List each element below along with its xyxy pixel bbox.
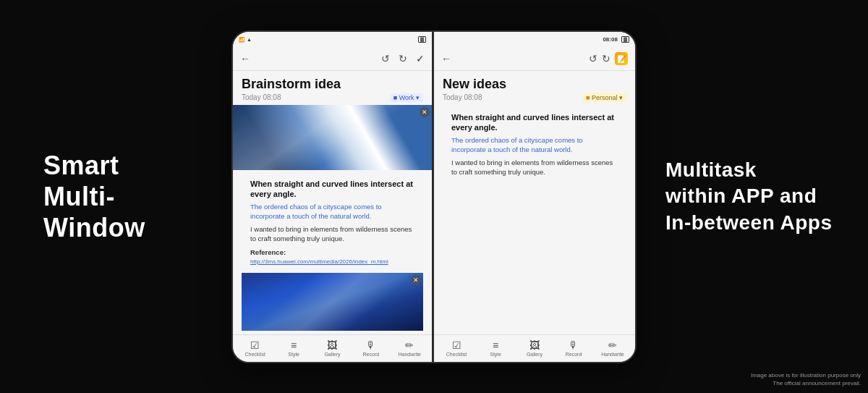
- right-bold-text: When straight and curved lines intersect…: [451, 112, 618, 133]
- left-heading-line2: Multi-Window: [43, 181, 203, 243]
- right-redo-icon[interactable]: ↻: [602, 53, 610, 64]
- left-toolbar-style[interactable]: ≡ Style: [281, 339, 307, 357]
- right-checklist-label: Checklist: [446, 352, 467, 357]
- main-container: Smart Multi-Window 📶 ▲ ▓ ←: [0, 0, 868, 393]
- right-heading-line3: In-between Apps: [665, 210, 846, 236]
- phone-mockup: 📶 ▲ ▓ ← ↺ ↻ ✓ Brainstorm: [231, 16, 637, 378]
- right-style-label: Style: [490, 352, 501, 357]
- undo-icon[interactable]: ↺: [381, 53, 390, 64]
- left-toolbar-checklist[interactable]: ☑ Checklist: [242, 339, 268, 357]
- checklist-icon: ☑: [250, 339, 260, 351]
- phone-shell: 📶 ▲ ▓ ← ↺ ↻ ✓ Brainstorm: [231, 30, 637, 363]
- left-note-date: Today 08:08: [242, 93, 281, 101]
- left-toolbar-gallery[interactable]: 🖼 Gallery: [319, 339, 345, 357]
- left-normal-text: I wanted to bring in elements from wilde…: [250, 224, 414, 244]
- left-note-meta: Today 08:08 ■ Work ▾: [242, 93, 423, 102]
- right-record-icon: 🎙: [569, 339, 579, 351]
- left-note-title: Brainstorm idea: [242, 77, 423, 92]
- right-battery: ▓: [621, 36, 629, 43]
- left-link[interactable]: http://3ms.huawei.com/multimedia/2026/in…: [250, 258, 414, 266]
- left-toolbar: ☑ Checklist ≡ Style 🖼 Gallery 🎙 Record: [233, 334, 432, 362]
- right-note-content: When straight and curved lines intersect…: [434, 105, 635, 334]
- right-nav-bar: ← ↺ ↻ 📝: [434, 48, 635, 71]
- record-label: Record: [363, 352, 380, 357]
- right-heading: Multitask within APP and In-between Apps: [665, 157, 868, 236]
- right-time: 08:08: [603, 36, 617, 43]
- right-gallery-label: Gallery: [527, 352, 542, 357]
- right-heading-line1: Multitask: [665, 157, 846, 183]
- right-normal-text: I wanted to bring in elements from wilde…: [451, 158, 618, 177]
- right-style-icon: ≡: [493, 339, 498, 351]
- record-icon: 🎙: [366, 339, 376, 351]
- right-note-meta: Today 08:08 ■ Personal ▾: [443, 93, 626, 102]
- right-handwrite-icon: ✏: [608, 339, 617, 351]
- right-back-icon[interactable]: ←: [441, 53, 451, 64]
- close-image-1[interactable]: ✕: [420, 107, 430, 117]
- left-ref-label: Reference:: [250, 248, 414, 257]
- back-icon[interactable]: ←: [240, 53, 250, 64]
- style-icon: ≡: [291, 339, 297, 351]
- left-bold-text: When straight and curved lines intersect…: [250, 179, 414, 200]
- left-status-bar: 📶 ▲ ▓: [233, 32, 432, 48]
- battery-indicator: ▓: [418, 36, 426, 43]
- disclaimer-line1: Image above is for illustration purpose …: [751, 371, 861, 379]
- right-gallery-icon: 🖼: [529, 339, 540, 351]
- checklist-label: Checklist: [244, 352, 265, 357]
- redo-icon[interactable]: ↻: [399, 53, 407, 64]
- right-status-bar: 08:08 ▓: [434, 32, 635, 48]
- right-screen: 08:08 ▓ ← ↺ ↻ 📝: [434, 32, 635, 362]
- left-text-content: When straight and curved lines intersect…: [233, 174, 432, 270]
- right-heading-line2: within APP and: [665, 183, 846, 209]
- gallery-label: Gallery: [324, 352, 340, 357]
- left-image-2: ✕: [233, 273, 432, 331]
- disclaimer: Image above is for illustration purpose …: [751, 371, 861, 387]
- left-blue-text: The ordered chaos of a cityscape comes t…: [250, 202, 414, 221]
- right-undo-icon[interactable]: ↺: [589, 53, 597, 64]
- handwrite-label: Handwrite: [398, 352, 421, 357]
- right-record-label: Record: [566, 352, 582, 357]
- right-blue-text: The ordered chaos of a cityscape comes t…: [451, 135, 618, 155]
- disclaimer-line2: The official announcement prevail.: [751, 379, 861, 387]
- left-note-header: Brainstorm idea Today 08:08 ■ Work ▾: [233, 71, 432, 105]
- style-label: Style: [288, 352, 299, 357]
- note-app-icon[interactable]: 📝: [615, 52, 628, 65]
- left-signal-icons: 📶 ▲: [239, 37, 252, 43]
- right-toolbar-gallery[interactable]: 🖼 Gallery: [522, 339, 548, 357]
- left-image-1: ✕: [233, 105, 432, 170]
- right-handwrite-label: Handwrite: [601, 352, 624, 357]
- right-toolbar-style[interactable]: ≡ Style: [482, 339, 509, 357]
- left-heading-line1: Smart: [43, 150, 203, 181]
- right-status-right: 08:08 ▓: [603, 36, 629, 43]
- right-note-title: New ideas: [443, 77, 626, 92]
- left-toolbar-handwrite[interactable]: ✏ Handwrite: [396, 339, 422, 357]
- right-note-header: New ideas Today 08:08 ■ Personal ▾: [434, 71, 635, 105]
- close-image-2[interactable]: ✕: [411, 275, 421, 285]
- right-note-tag: ■ Personal ▾: [582, 93, 626, 102]
- check-icon[interactable]: ✓: [416, 53, 425, 64]
- signal-icon: 📶: [239, 37, 245, 43]
- right-toolbar: ☑ Checklist ≡ Style 🖼 Gallery 🎙 Record: [434, 334, 635, 362]
- right-toolbar-checklist[interactable]: ☑ Checklist: [443, 339, 469, 357]
- handwrite-icon: ✏: [405, 339, 414, 351]
- left-nav-bar: ← ↺ ↻ ✓: [233, 48, 432, 71]
- right-toolbar-handwrite[interactable]: ✏ Handwrite: [600, 339, 626, 357]
- left-note-content: ✕ When straight and curved lines interse…: [233, 105, 432, 334]
- left-toolbar-record[interactable]: 🎙 Record: [358, 339, 384, 357]
- left-note-tag: ■ Work ▾: [390, 93, 423, 102]
- right-text-content: When straight and curved lines intersect…: [434, 105, 635, 185]
- right-checklist-icon: ☑: [452, 339, 461, 351]
- left-status-right: ▓: [418, 36, 426, 43]
- left-screen: 📶 ▲ ▓ ← ↺ ↻ ✓ Brainstorm: [233, 32, 434, 362]
- gallery-icon: 🖼: [327, 339, 337, 351]
- wifi-icon: ▲: [247, 37, 252, 42]
- right-nav-icons: ↺ ↻ 📝: [589, 52, 628, 65]
- left-heading: Smart Multi-Window: [0, 150, 203, 244]
- right-note-date: Today 08:08: [443, 93, 482, 101]
- right-toolbar-record[interactable]: 🎙 Record: [561, 339, 587, 357]
